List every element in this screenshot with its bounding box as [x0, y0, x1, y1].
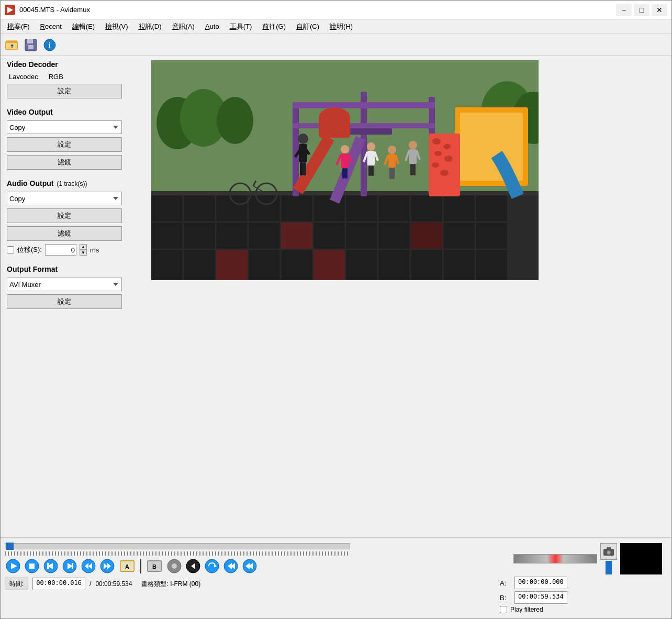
time-slash: /	[89, 580, 91, 588]
progress-thumb[interactable]	[6, 543, 14, 550]
shift-spinners: ▲ ▼	[80, 244, 87, 256]
audio-output-config-button[interactable]: 設定	[7, 208, 122, 223]
svg-rect-101	[410, 164, 413, 175]
svg-rect-80	[341, 153, 349, 168]
video-output-select[interactable]: Copy Mpeg4 ASP (Xvid4) Mpeg4 AVC (x264)	[7, 120, 122, 134]
next-keyframe-button[interactable]	[99, 558, 116, 574]
video-output-dropdown-row: Copy Mpeg4 ASP (Xvid4) Mpeg4 AVC (x264)	[7, 120, 141, 134]
svg-rect-46	[476, 250, 507, 280]
time-row: 時間: 00:00:00.016 / 00:00:59.534 畫格類型: I-…	[5, 578, 500, 590]
shift-checkbox[interactable]	[7, 246, 14, 253]
audio-output-select[interactable]: Copy AAC (FFmpeg) MP3 (FFmpeg)	[7, 192, 122, 205]
svg-rect-77	[300, 162, 303, 175]
main-window: 00045.MTS - Avidemux − □ ✕ 檔案(F) Recent …	[0, 0, 672, 619]
svg-point-53	[217, 97, 253, 144]
minimize-button[interactable]: −	[616, 4, 632, 16]
svg-rect-63	[319, 117, 350, 138]
menu-view[interactable]: 檢視(V)	[100, 20, 132, 34]
loop-button[interactable]	[204, 558, 220, 574]
transport-controls: A B	[5, 558, 500, 574]
set-a-button[interactable]: A	[118, 558, 137, 574]
svg-rect-44	[411, 250, 442, 280]
shift-input[interactable]	[45, 244, 76, 256]
svg-point-85	[367, 142, 375, 151]
goto-start-button[interactable]	[185, 558, 201, 574]
divider-button[interactable]	[139, 558, 143, 574]
svg-text:A: A	[125, 563, 129, 570]
time-label-button[interactable]: 時間:	[5, 578, 28, 590]
shift-up-button[interactable]: ▲	[80, 244, 87, 250]
frame-type-display: 畫格類型: I-FRM (00)	[141, 580, 200, 589]
svg-rect-49	[216, 250, 248, 280]
menu-goto[interactable]: 前往(G)	[257, 20, 290, 34]
set-a-icon: A	[120, 559, 135, 573]
b-label: B:	[500, 594, 510, 602]
menu-video[interactable]: 視訊(D)	[134, 20, 166, 34]
goto-a-button[interactable]	[222, 558, 239, 574]
video-decoder-config-button[interactable]: 設定	[7, 84, 122, 98]
svg-rect-114	[47, 563, 49, 569]
output-format-dropdown-row: AVI Muxer MP4 Muxer MKV Muxer	[7, 278, 141, 291]
svg-rect-26	[184, 223, 215, 249]
output-format-select[interactable]: AVI Muxer MP4 Muxer MKV Muxer	[7, 278, 122, 291]
mark-button[interactable]	[166, 558, 183, 574]
menu-custom[interactable]: 自訂(C)	[292, 20, 324, 34]
video-output-filter-button[interactable]: 濾鏡	[7, 155, 122, 170]
svg-text:i: i	[49, 41, 51, 49]
svg-rect-32	[378, 223, 410, 249]
svg-rect-50	[411, 223, 442, 249]
goto-a-icon	[223, 559, 238, 573]
output-format-config-button[interactable]: 設定	[7, 294, 122, 309]
codec-info-row: Lavcodec RGB	[7, 73, 141, 81]
snapshot-button[interactable]	[600, 543, 617, 560]
play-filtered-label: Play filtered	[510, 606, 543, 613]
svg-rect-43	[378, 250, 410, 280]
title-controls: − □ ✕	[616, 4, 667, 16]
progress-bar[interactable]	[5, 543, 350, 549]
svg-rect-35	[476, 223, 507, 249]
menu-file[interactable]: 檔案(F)	[3, 20, 35, 34]
svg-rect-27	[216, 223, 248, 249]
svg-rect-18	[281, 195, 312, 222]
play-button[interactable]	[5, 558, 21, 574]
set-b-button[interactable]: B	[145, 558, 164, 574]
menu-help[interactable]: 說明(H)	[325, 20, 357, 34]
close-button[interactable]: ✕	[652, 4, 667, 16]
play-filtered-checkbox[interactable]	[500, 606, 507, 613]
open-file-button[interactable]	[4, 37, 20, 53]
menu-edit[interactable]: 編輯(E)	[68, 20, 99, 34]
save-button[interactable]	[23, 37, 39, 53]
shift-down-button[interactable]: ▼	[80, 250, 87, 256]
next-keyframe-icon	[100, 559, 115, 573]
shift-row: 位移(S): ▲ ▼ ms	[7, 244, 141, 256]
menu-tools[interactable]: 工具(T)	[225, 20, 257, 34]
next-frame-button[interactable]	[61, 558, 78, 574]
svg-rect-42	[346, 250, 377, 280]
mini-progress-bar[interactable]	[513, 554, 597, 563]
prev-frame-button[interactable]	[42, 558, 59, 574]
blue-indicator	[606, 561, 612, 574]
stop-icon	[25, 559, 39, 573]
svg-rect-4	[6, 41, 10, 43]
maximize-button[interactable]: □	[634, 4, 649, 16]
prev-keyframe-icon	[81, 559, 96, 573]
menu-auto[interactable]: Auto	[200, 20, 224, 32]
svg-rect-21	[378, 195, 410, 222]
menu-bar: 檔案(F) Recent 編輯(E) 檢視(V) 視訊(D) 音訊(A) Aut…	[1, 19, 671, 34]
svg-rect-34	[443, 223, 475, 249]
info-icon: i	[42, 38, 57, 52]
info-button[interactable]: i	[41, 37, 58, 53]
set-b-icon: B	[147, 559, 162, 573]
video-output-config-button[interactable]: 設定	[7, 137, 122, 152]
stop-button[interactable]	[24, 558, 40, 574]
menu-recent[interactable]: Recent	[36, 20, 66, 32]
shift-unit: ms	[90, 246, 99, 254]
svg-rect-39	[249, 250, 280, 280]
audio-output-filter-button[interactable]: 濾鏡	[7, 226, 122, 241]
svg-rect-96	[392, 168, 395, 179]
menu-audio[interactable]: 音訊(A)	[167, 20, 199, 34]
right-panel	[147, 56, 671, 537]
prev-keyframe-button[interactable]	[80, 558, 97, 574]
goto-b-button[interactable]	[241, 558, 258, 574]
svg-rect-47	[281, 223, 312, 249]
